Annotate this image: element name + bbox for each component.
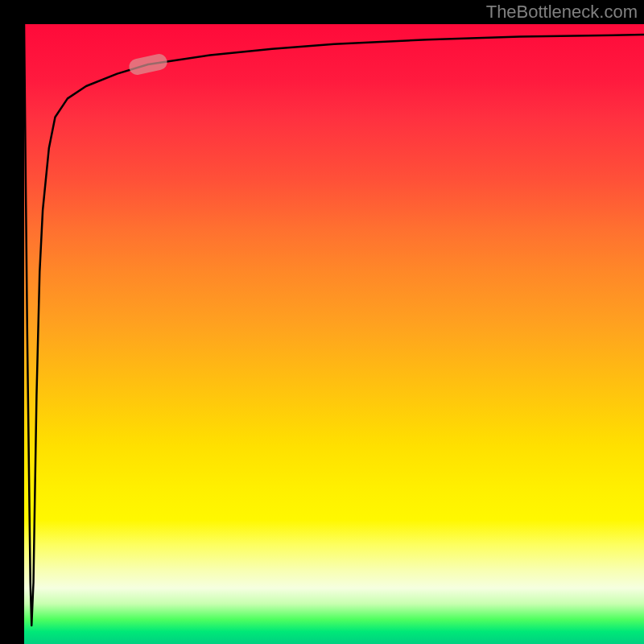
- bottleneck-curve: [24, 24, 644, 644]
- attribution-text: TheBottleneck.com: [486, 2, 638, 23]
